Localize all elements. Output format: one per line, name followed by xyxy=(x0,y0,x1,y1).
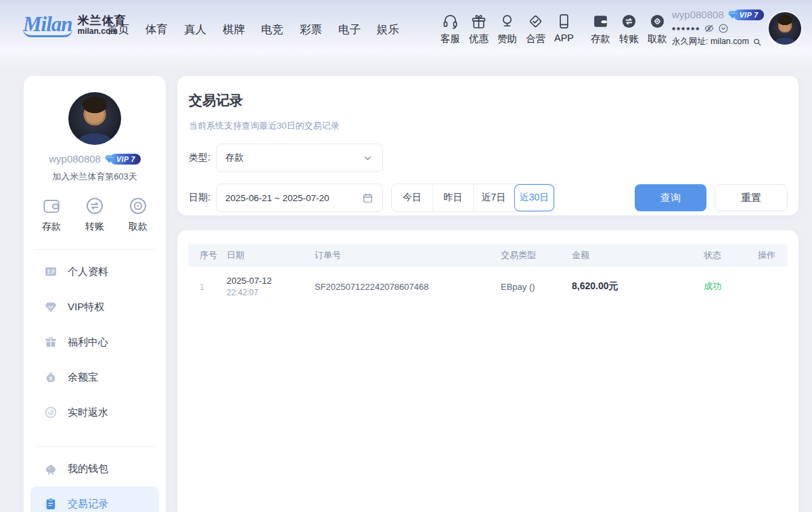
sidebar-vip-label: VIP 7 xyxy=(110,154,141,165)
sidebar-item-rebate[interactable]: 实时返水 xyxy=(30,395,159,430)
sidebar-item-label: 交易记录 xyxy=(68,498,108,511)
vip-gem-icon xyxy=(104,154,114,164)
date-filter-row: 日期: 2025-06-21 ~ 2025-07-20 今日 昨日 近7日 近3… xyxy=(189,184,798,212)
quickbar-item-transfer[interactable]: 转账 xyxy=(616,13,642,45)
sidebar-item-yuebao[interactable]: 余额宝 xyxy=(30,360,159,395)
column-header-type: 交易类型 xyxy=(501,249,572,261)
quickbar: 客服 优惠 赞助 合营 APP 存款 xyxy=(437,13,673,45)
transfer-filled-icon xyxy=(621,13,637,30)
eye-off-icon[interactable] xyxy=(704,23,715,34)
sidebar-item-label: 福利中心 xyxy=(68,336,108,349)
sidebar: wyp080808 VIP 7 加入米兰体育第603天 存款 转账 取款 xyxy=(24,76,166,512)
reset-button[interactable]: 重置 xyxy=(715,184,788,211)
join-days-text: 加入米兰体育第603天 xyxy=(24,171,166,183)
user-avatar[interactable] xyxy=(769,12,801,45)
wallet-filled-icon xyxy=(592,13,609,30)
quickbar-item-app[interactable]: APP xyxy=(551,13,577,43)
gift-icon xyxy=(470,13,487,30)
nav-item-slots[interactable]: 电子 xyxy=(338,22,361,37)
phone-icon xyxy=(556,13,572,30)
range-today-button[interactable]: 今日 xyxy=(392,184,432,211)
nav-item-esports[interactable]: 电竞 xyxy=(261,22,284,37)
column-header-date: 日期 xyxy=(227,249,315,261)
column-header-order: 订单号 xyxy=(315,249,501,261)
nav-item-live[interactable]: 真人 xyxy=(184,22,206,37)
trophy-icon xyxy=(499,13,516,30)
welfare-gift-icon xyxy=(44,335,58,349)
quickbar-item-customer-service[interactable]: 客服 xyxy=(437,13,464,45)
cell-amount: 8,620.00元 xyxy=(572,280,704,293)
piggy-wallet-icon xyxy=(44,462,58,475)
masked-balance: ****** xyxy=(672,28,700,33)
chevron-down-icon xyxy=(362,152,374,164)
withdraw-outline-icon xyxy=(128,196,148,216)
nav-item-cards[interactable]: 棋牌 xyxy=(223,22,245,37)
vip-badge[interactable]: VIP 7 xyxy=(727,9,764,20)
user-block: wyp080808 VIP 7 ****** 永久网址: milan.com xyxy=(672,9,765,47)
range-7days-button[interactable]: 近7日 xyxy=(473,184,514,211)
page: Milan 米兰体育 milan.com 首页 体育 真人 棋牌 电竞 彩票 电… xyxy=(0,0,812,512)
cell-date-day: 2025-07-12 xyxy=(227,275,315,287)
sidebar-item-transactions[interactable]: 交易记录 xyxy=(30,486,159,512)
gem-icon xyxy=(44,300,58,314)
date-range-value: 2025-06-21 ~ 2025-07-20 xyxy=(225,193,362,203)
top-header: Milan 米兰体育 milan.com 首页 体育 真人 棋牌 电竞 彩票 电… xyxy=(0,0,812,68)
sidebar-vip-badge[interactable]: VIP 7 xyxy=(104,154,141,165)
sidebar-item-label: 实时返水 xyxy=(68,406,108,419)
quickbar-item-deposit[interactable]: 存款 xyxy=(587,13,614,45)
type-select[interactable]: 存款 xyxy=(216,144,383,172)
column-header-action: 操作 xyxy=(758,249,788,261)
date-range-input[interactable]: 2025-06-21 ~ 2025-07-20 xyxy=(216,184,383,212)
cell-type: EBpay () xyxy=(501,282,572,292)
cell-index: 1 xyxy=(200,282,227,292)
sidebar-item-profile[interactable]: 个人资料 xyxy=(30,254,159,289)
sidebar-username: wyp080808 xyxy=(49,153,101,165)
sidebar-item-welfare[interactable]: 福利中心 xyxy=(30,324,159,360)
sidebar-item-wallet[interactable]: 我的钱包 xyxy=(30,451,159,486)
query-button[interactable]: 查询 xyxy=(635,184,706,211)
quickbar-item-sponsor[interactable]: 赞助 xyxy=(494,13,520,45)
quick-action-deposit[interactable]: 存款 xyxy=(41,196,62,233)
type-filter-row: 类型: 存款 xyxy=(189,144,798,172)
sidebar-menu-secondary: 我的钱包 交易记录 xyxy=(24,447,166,512)
user-line-name: wyp080808 VIP 7 xyxy=(672,9,765,20)
user-line-secret: ****** xyxy=(672,23,765,34)
quick-action-withdraw[interactable]: 取款 xyxy=(128,196,148,233)
sidebar-item-label: 余额宝 xyxy=(68,371,98,384)
sidebar-item-vip[interactable]: VIP特权 xyxy=(30,289,159,324)
search-icon[interactable] xyxy=(752,37,762,47)
sidebar-menu-primary: 个人资料 VIP特权 福利中心 余额宝 实时返水 xyxy=(24,250,166,430)
id-card-icon xyxy=(44,265,58,278)
cell-status: 成功 xyxy=(704,280,758,293)
nav-item-entertainment[interactable]: 娱乐 xyxy=(377,22,399,37)
money-bag-icon xyxy=(44,370,58,384)
sidebar-item-label: 个人资料 xyxy=(68,265,108,278)
chevron-circle-icon[interactable] xyxy=(718,23,729,34)
sidebar-item-label: 我的钱包 xyxy=(68,463,108,475)
headset-icon xyxy=(442,13,459,30)
wallet-outline-icon xyxy=(41,196,62,216)
withdraw-filled-icon xyxy=(649,13,666,30)
page-title: 交易记录 xyxy=(189,91,798,110)
range-30days-button[interactable]: 近30日 xyxy=(514,184,554,211)
calendar-icon xyxy=(362,192,374,204)
quick-action-transfer[interactable]: 转账 xyxy=(85,196,105,233)
nav-item-sports[interactable]: 体育 xyxy=(145,22,168,37)
quickbar-item-promotions[interactable]: 优惠 xyxy=(466,13,492,45)
nav-item-home[interactable]: 首页 xyxy=(107,22,129,37)
range-yesterday-button[interactable]: 昨日 xyxy=(432,184,473,211)
column-header-index: 序号 xyxy=(200,249,227,261)
username: wyp080808 xyxy=(672,9,724,20)
rebate-icon xyxy=(44,406,58,419)
table-header-row: 序号 日期 订单号 交易类型 金额 状态 操作 xyxy=(188,244,788,267)
nav-item-lottery[interactable]: 彩票 xyxy=(300,22,322,37)
cell-order-no: SF202507122242078607468 xyxy=(315,282,501,292)
vip-level-label: VIP 7 xyxy=(734,9,764,20)
quickbar-item-withdraw[interactable]: 取款 xyxy=(644,13,671,45)
cell-date: 2025-07-12 22:42:07 xyxy=(227,275,315,298)
quickbar-item-partnership[interactable]: 合营 xyxy=(522,13,549,45)
type-label: 类型: xyxy=(189,152,216,164)
transactions-table-card: 序号 日期 订单号 交易类型 金额 状态 操作 1 2025-07-12 22:… xyxy=(177,230,798,512)
table-row: 1 2025-07-12 22:42:07 SF2025071222420786… xyxy=(188,267,788,306)
record-clipboard-icon xyxy=(44,497,58,511)
